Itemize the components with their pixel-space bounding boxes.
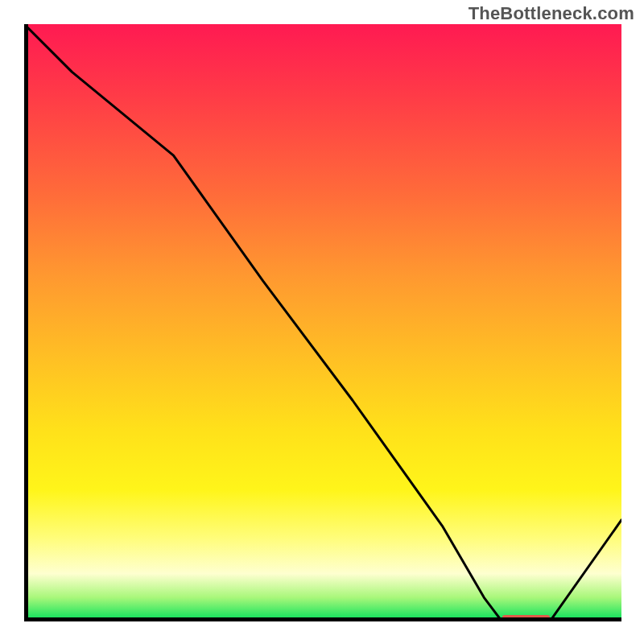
chart-container: TheBottleneck.com (0, 0, 644, 644)
plot-area (24, 24, 621, 621)
watermark-label: TheBottleneck.com (469, 3, 634, 24)
line-curve (24, 24, 621, 621)
highlight-marker (502, 615, 550, 620)
